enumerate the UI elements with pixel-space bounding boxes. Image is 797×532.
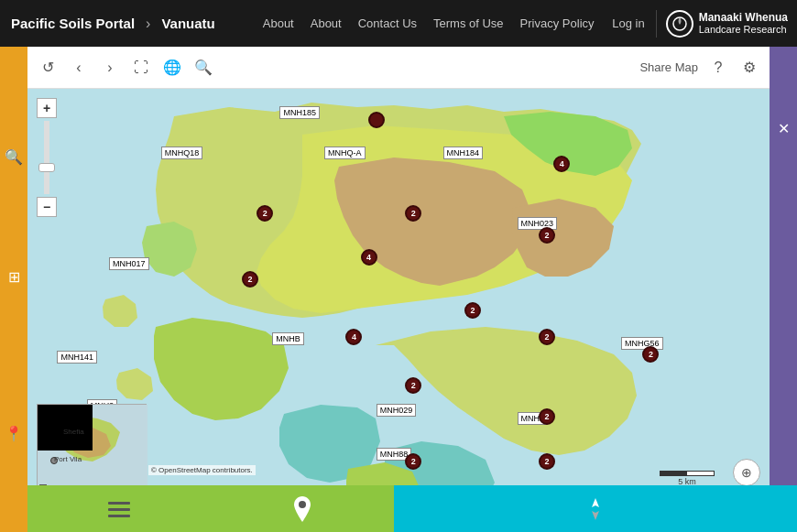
map-marker-13[interactable]: 2 [405,453,421,470]
map-marker-3[interactable]: 2 [405,205,421,222]
minimap-inner: Shefia Port Vila [38,405,146,494]
fullscreen-icon[interactable]: ⛶ [130,57,152,79]
search-zoom-icon[interactable]: 🔍 [192,57,214,79]
map-marker-6[interactable]: 2 [242,271,258,288]
svg-point-22 [299,501,306,508]
brand-logo-icon [671,16,688,32]
nav-brand-text: Manaaki Whenua Landcare Research [699,11,788,37]
settings-icon[interactable]: ⚙ [738,57,760,79]
refresh-icon[interactable]: ↺ [37,57,59,79]
nav-brand-logo [666,10,693,38]
nav-link-contact[interactable]: Contact Us [358,16,417,30]
nav-link-about1[interactable]: About [263,16,294,30]
bottom-menu-icon[interactable] [27,485,211,532]
nav-login-link[interactable]: Log in [612,16,644,30]
nav-chevron-icon: › [146,16,150,32]
nav-brand: Manaaki Whenua Landcare Research [656,10,788,38]
minimap-svg [38,405,147,496]
menu-lines-icon [106,499,132,519]
layers-icon[interactable]: ⊞ [2,265,26,288]
zoom-slider[interactable] [44,121,49,194]
globe-icon[interactable]: 🌐 [161,57,183,79]
locate-button[interactable]: ⊕ [733,459,760,486]
left-icons: 🔍 ⊞ 📍 [0,136,27,445]
scale-bar: 5 km [660,471,715,486]
map-marker-1[interactable]: 4 [553,156,570,172]
svg-rect-19 [108,502,130,505]
bottom-location-icon[interactable] [211,485,394,532]
map-area[interactable]: + − MNH185 MNHQ18 MNHQ-A MNH184 MNH023 M… [27,89,770,532]
nav-link-about2[interactable]: About [311,16,342,30]
svg-rect-20 [108,508,130,511]
bottom-right-bar[interactable] [394,485,797,532]
map-marker-7[interactable]: 2 [464,302,481,319]
map-marker-8[interactable]: 4 [345,329,362,345]
compass-icon [583,496,608,522]
nav-links: About About Contact Us Terms of Use Priv… [263,16,595,30]
nav-page-title: Vanuatu [161,16,214,31]
map-marker-11[interactable]: 2 [405,377,421,394]
bottom-left-bar [0,485,27,532]
search-icon[interactable]: 🔍 [2,145,26,168]
toolbar-right: Share Map ? ⚙ [639,57,760,79]
minimap: Shefia Port Vila 1 [37,404,147,495]
map-marker-5[interactable]: 4 [361,249,377,266]
nav-link-privacy[interactable]: Privacy Policy [520,16,595,30]
map-marker-0[interactable] [368,112,385,128]
help-icon[interactable]: ? [707,57,729,79]
osm-attribution: © OpenStreetMap contributors. [148,465,256,475]
nav-logo-area: Pacific Soils Portal › Vanuatu [0,16,226,32]
top-navigation: Pacific Soils Portal › Vanuatu About Abo… [0,0,797,47]
map-toolbar: ↺ ‹ › ⛶ 🌐 🔍 Share Map ? ⚙ [27,47,770,89]
nav-right: Log in Manaaki Whenua Landcare Research [612,10,797,38]
scale-line [660,471,715,476]
location-icon [292,496,312,522]
nav-link-terms[interactable]: Terms of Use [433,16,504,30]
zoom-in-button[interactable]: + [37,98,57,118]
map-marker-4[interactable]: 2 [539,227,555,244]
minimap-label-shefia: Shefia [63,428,84,436]
close-panel-icon[interactable]: ✕ [778,120,790,137]
next-icon[interactable]: › [99,57,121,79]
zoom-out-button[interactable]: − [37,197,57,217]
map-marker-9[interactable]: 2 [539,329,555,345]
map-marker-10[interactable]: 2 [642,346,659,363]
zoom-controls: + − [37,98,57,217]
location-pin-icon[interactable]: 📍 [2,421,26,445]
minimap-label-portvila: Port Vila [54,455,82,463]
svg-rect-21 [108,515,130,517]
bottom-bar [0,485,797,532]
map-marker-14[interactable]: 2 [539,453,555,470]
nav-portal-title[interactable]: Pacific Soils Portal [11,16,135,31]
left-sidebar: 🔍 ⊞ 📍 [0,47,27,532]
map-marker-2[interactable]: 2 [257,205,273,222]
share-map-button[interactable]: Share Map [639,60,698,74]
map-marker-12[interactable]: 2 [539,408,555,425]
zoom-thumb[interactable] [38,163,55,172]
prev-icon[interactable]: ‹ [68,57,90,79]
right-panel: ✕ [770,47,797,532]
